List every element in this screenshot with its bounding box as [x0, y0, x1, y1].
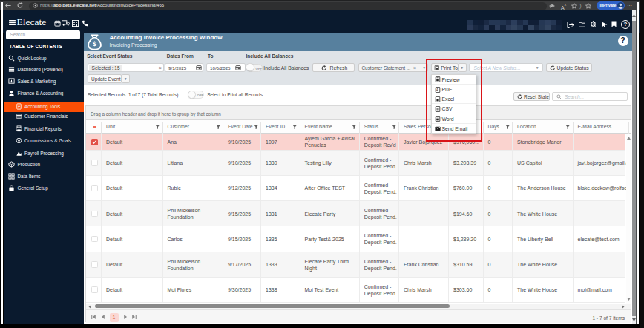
svg-text:$: $ — [93, 39, 97, 47]
